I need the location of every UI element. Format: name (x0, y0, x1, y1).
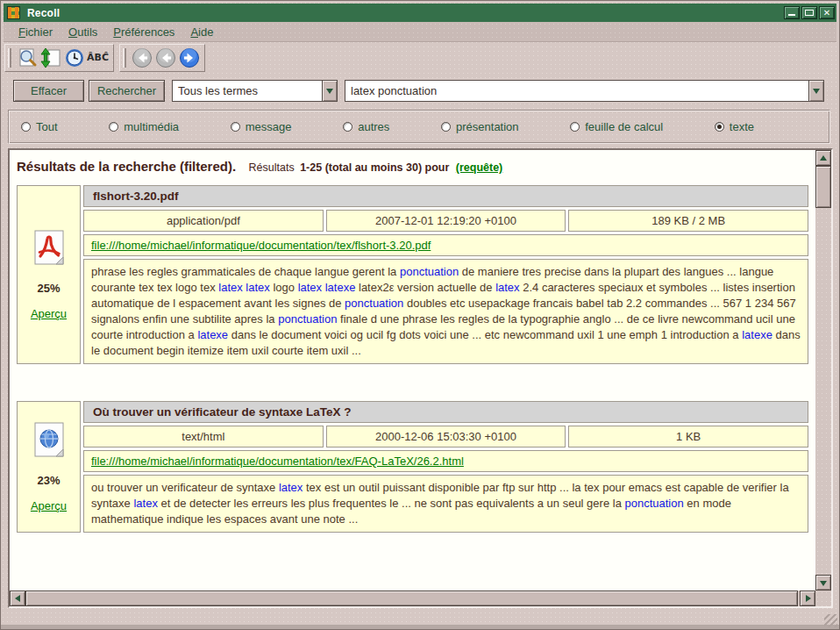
resize-grip-icon[interactable] (824, 614, 837, 627)
result-date: 2007-12-01 12:19:20 +0100 (326, 210, 566, 232)
arrow-left-first-icon (132, 47, 153, 68)
arrow-left-icon (155, 47, 176, 68)
results-horizontal-scrollbar[interactable] (10, 591, 815, 606)
category-label: Tout (36, 120, 58, 133)
toolbar-group-navigation (119, 44, 205, 72)
category-label: texte (730, 120, 754, 133)
category-label: feuille de calcul (585, 120, 663, 133)
result-details: Où trouver un vérificateur de syntaxe La… (83, 401, 808, 533)
radio-icon (715, 122, 724, 132)
clear-button[interactable]: Effacer (13, 80, 84, 102)
toolbar-drag-handle[interactable] (123, 48, 126, 68)
preview-link[interactable]: Aperçu (31, 499, 67, 512)
scroll-up-button[interactable] (815, 150, 831, 166)
recoll-app-icon (7, 6, 20, 19)
result-date: 2000-12-06 15:03:30 +0100 (326, 426, 566, 447)
search-document-icon (17, 47, 38, 68)
radio-icon (109, 122, 118, 132)
triangle-down-icon (820, 581, 827, 590)
category-filter-bar: Tout multimédia message autres présentat… (8, 110, 830, 144)
chevron-down-icon (326, 89, 333, 97)
search-mode-select[interactable]: Tous les termes (172, 80, 338, 102)
toolbar-group-tools: ÂBĈ (4, 44, 114, 72)
maximize-button[interactable] (801, 6, 817, 19)
category-tout[interactable]: Tout (21, 120, 58, 133)
chevron-down-icon (813, 89, 820, 97)
clock-history-icon (64, 47, 85, 68)
search-history-dropdown-button[interactable] (808, 81, 823, 101)
triangle-up-icon (820, 152, 827, 161)
toolbar-drag-handle[interactable] (8, 48, 11, 68)
pdf-document-icon (32, 229, 66, 268)
radio-icon (441, 122, 451, 132)
result-url-link[interactable]: file:///home/michael/informatique/docume… (91, 455, 464, 468)
scrollbar-corner (815, 591, 831, 606)
result-meta-row: application/pdf 2007-12-01 12:19:20 +010… (83, 210, 808, 232)
close-button[interactable]: ✕ (819, 6, 835, 19)
category-feuille-de-calcul[interactable]: feuille de calcul (570, 120, 663, 133)
category-label: multimédia (124, 120, 179, 133)
results-header: Résultats de la recherche (filtered). Ré… (17, 159, 808, 175)
result-size: 1 KB (568, 426, 808, 447)
result-snippet: phrase les regles grammaticales de chaqu… (83, 259, 808, 364)
titlebar[interactable]: Recoll ✕ (4, 4, 836, 22)
abc-spell-icon: ÂBĈ (87, 52, 109, 63)
search-button[interactable]: Rechercher (89, 80, 165, 102)
minimize-icon (788, 14, 795, 16)
results-vertical-scrollbar[interactable] (815, 150, 831, 591)
menu-preferences[interactable]: Préférences (105, 24, 182, 40)
category-texte[interactable]: texte (715, 120, 754, 133)
result-mime-type: application/pdf (83, 210, 324, 232)
result-title: Où trouver un vérificateur de syntaxe La… (83, 401, 808, 423)
relevance-percent: 23% (37, 474, 60, 487)
next-page-button[interactable] (177, 47, 201, 69)
toolbar: ÂBĈ (4, 43, 210, 72)
search-mode-dropdown-button[interactable] (322, 81, 337, 101)
preview-link[interactable]: Aperçu (31, 307, 67, 320)
horizontal-scroll-thumb[interactable] (25, 591, 798, 606)
scroll-right-button[interactable] (800, 591, 815, 606)
result-entry: 23% Aperçu Où trouver un vérificateur de… (17, 401, 808, 533)
triangle-right-icon (806, 595, 815, 602)
query-link[interactable]: (requête) (456, 161, 502, 174)
scroll-left-button[interactable] (10, 591, 25, 606)
html-document-icon (32, 421, 66, 460)
result-url-row: file:///home/michael/informatique/docume… (83, 234, 808, 256)
first-page-button[interactable] (130, 47, 153, 69)
menu-aide[interactable]: Aide (182, 24, 221, 40)
category-presentation[interactable]: présentation (441, 120, 519, 133)
vertical-scroll-thumb[interactable] (815, 166, 831, 208)
menu-outils[interactable]: Outils (61, 24, 105, 40)
radio-icon (231, 122, 240, 132)
results-title: Résultats de la recherche (filtered). (17, 159, 236, 174)
menu-fichier[interactable]: Fichier (11, 24, 61, 40)
result-url-link[interactable]: file:///home/michael/informatique/docume… (91, 239, 431, 252)
scroll-down-button[interactable] (815, 575, 831, 591)
results-range: 1-25 (total au moins 30) pour (300, 161, 449, 174)
search-controls: Effacer Rechercher Tous les termes (13, 80, 824, 102)
minimize-button[interactable] (784, 6, 800, 19)
history-button[interactable] (62, 47, 86, 69)
result-title: flshort-3.20.pdf (83, 185, 808, 207)
window-bottom-edge (1, 625, 839, 629)
search-query-combo (345, 80, 824, 102)
term-explorer-button[interactable]: ÂBĈ (86, 47, 110, 69)
search-input[interactable] (345, 81, 808, 101)
category-label: présentation (456, 120, 519, 133)
update-index-button[interactable] (39, 47, 62, 69)
previous-page-button[interactable] (153, 47, 177, 69)
triangle-left-icon (11, 595, 20, 602)
sort-update-icon (40, 47, 61, 68)
result-meta-row: text/html 2000-12-06 15:03:30 +0100 1 KB (83, 426, 808, 447)
category-autres[interactable]: autres (343, 120, 389, 133)
clear-search-button[interactable] (15, 47, 39, 69)
category-label: message (246, 120, 292, 133)
result-url-row: file:///home/michael/informatique/docume… (83, 450, 808, 472)
category-multimedia[interactable]: multimédia (109, 120, 179, 133)
category-message[interactable]: message (231, 120, 292, 133)
results-summary: Résultats 1-25 (total au moins 30) pour … (249, 161, 503, 174)
results-word: Résultats (249, 161, 295, 174)
window-title: Recoll (27, 7, 782, 19)
result-mime-type: text/html (83, 426, 324, 447)
result-details: flshort-3.20.pdf application/pdf 2007-12… (83, 185, 808, 364)
